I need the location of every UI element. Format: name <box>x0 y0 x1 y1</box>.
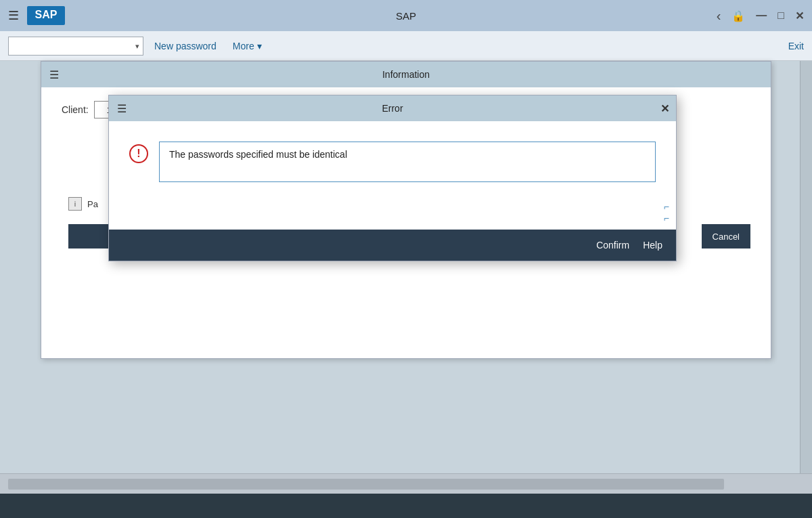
toolbar: ▾ New password More ▾ Exit <box>0 31 812 61</box>
info-dialog-header: ☰ Information <box>41 62 771 87</box>
error-dialog-footer: Confirm Help <box>109 230 676 261</box>
resize-mark-bottom: ⌐ <box>664 213 669 223</box>
error-dialog: ☰ Error ✕ ! The passwords specified must… <box>108 95 677 261</box>
client-label: Client: <box>62 104 89 115</box>
status-bar-inner[interactable] <box>8 479 724 490</box>
title-bar-title: SAP <box>396 10 416 22</box>
svg-text:SAP: SAP <box>35 9 58 20</box>
lock-icon[interactable]: 🔒 <box>731 9 745 22</box>
info-dialog-title: Information <box>382 69 430 80</box>
title-bar-controls: ‹ 🔒 — □ ✕ <box>717 8 804 24</box>
error-dialog-menu-icon[interactable]: ☰ <box>117 102 127 115</box>
error-icon: ! <box>129 144 148 163</box>
maximize-icon[interactable]: □ <box>777 9 784 22</box>
title-bar-menu-icon[interactable]: ☰ <box>8 8 19 23</box>
back-icon[interactable]: ‹ <box>717 8 721 24</box>
error-message-text: The passwords specified must be identica… <box>169 149 347 160</box>
toolbar-select[interactable] <box>8 37 143 56</box>
resize-mark-top: ⌐ <box>664 202 669 211</box>
error-dialog-title: Error <box>382 103 403 114</box>
new-password-button[interactable]: New password <box>149 38 222 54</box>
error-dialog-close-button[interactable]: ✕ <box>660 102 669 115</box>
confirm-button[interactable]: Confirm <box>596 240 629 251</box>
help-button[interactable]: Help <box>643 240 662 251</box>
scrollbar-right[interactable] <box>800 61 812 518</box>
error-message-box: The passwords specified must be identica… <box>159 142 656 182</box>
cancel-button[interactable]: Cancel <box>702 224 750 249</box>
close-icon[interactable]: ✕ <box>795 9 804 22</box>
bottom-bar <box>0 494 812 518</box>
more-dropdown-icon: ▾ <box>257 41 262 51</box>
status-bar <box>0 473 812 494</box>
main-content: ☰ Information Client: New Password: Conf… <box>0 61 812 518</box>
minimize-icon[interactable]: — <box>756 9 767 22</box>
error-dialog-body: ! The passwords specified must be identi… <box>109 121 676 230</box>
error-dialog-header: ☰ Error ✕ <box>109 95 676 121</box>
info-dialog-menu-icon[interactable]: ☰ <box>49 68 59 81</box>
toolbar-select-wrapper: ▾ <box>8 37 143 56</box>
exit-button[interactable]: Exit <box>788 41 804 51</box>
resize-corner: ⌐ ⌐ <box>664 202 669 223</box>
title-bar: ☰ SAP SAP ‹ 🔒 — □ ✕ <box>0 0 812 31</box>
pa-label: Pa <box>87 199 98 209</box>
info-icon: i <box>68 197 82 211</box>
sap-logo: SAP <box>26 5 66 26</box>
more-button[interactable]: More ▾ <box>227 38 267 54</box>
